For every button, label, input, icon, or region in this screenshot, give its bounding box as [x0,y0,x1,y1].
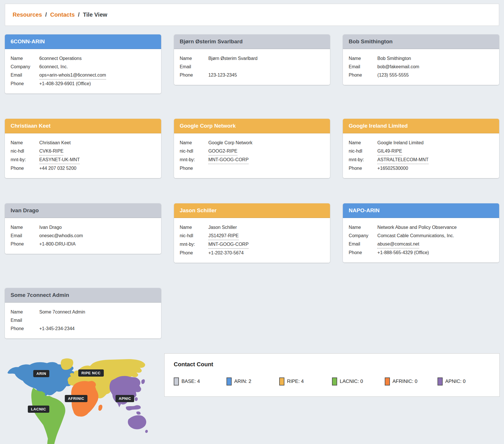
contact-card-header[interactable]: NAPO-ARIN [343,203,499,218]
field-label: Name [180,139,208,147]
field-row: Email [180,63,325,71]
legend-item: ARIN: 2 [226,377,279,385]
field-label: Phone [349,164,377,172]
field-label: Phone [11,240,39,248]
breadcrumb-link[interactable]: Resources [13,11,42,18]
field-value: +1-888-565-4329 (Office) [377,248,429,257]
region-philippines-shape [135,397,138,401]
field-label: Phone [180,249,208,257]
field-value: 123-123-2345 [208,71,237,79]
field-link-value[interactable]: MNT-GOOG-CORP [208,155,249,164]
legend-swatch-arin [226,377,232,385]
contact-card: Jason SchillerNameJason Schillernic-hdlJ… [174,203,330,263]
field-row: NameNetwork Abuse and Policy Observance [349,223,493,231]
field-row: Phone+1-202-370-5674 [180,249,325,257]
world-map: ARINRIPE NCCAFRINICLACNICAPNIC [6,358,149,444]
field-label: Phone [11,324,39,333]
contact-card: Ivan DragoNameIvan DragoEmailonesec@whod… [5,203,161,254]
field-value: Google Ireland Limited [377,139,423,147]
field-label: Company [349,231,377,240]
field-label: Name [11,308,39,316]
contact-card-title: Bob Smithington [349,38,392,44]
contact-card-header[interactable]: Ivan Drago [5,203,161,218]
field-value: +1-345-234-2344 [39,324,75,333]
contact-card-title: Christiaan Keet [11,123,50,129]
contact-card-header[interactable]: Bjørn Østerim Svarlbard [174,34,330,49]
region-apnic-shape [110,376,141,407]
legend-swatch-afrinic [385,377,390,385]
field-value: (123) 555-5555 [377,71,409,79]
field-row: NameGoogle Ireland Limited [349,139,493,147]
field-label: Phone [349,248,377,257]
field-row: nic-hdlGOOG2-RIPE [180,147,325,155]
field-row: mnt-by:MNT-GOOG-CORP [180,155,325,164]
legend-swatch-base [174,377,179,385]
field-label: Company [11,63,39,71]
contact-card: Google Corp NetworkNameGoogle Corp Netwo… [174,119,330,178]
field-link-value[interactable]: abuse@comcast.net [377,240,419,248]
contact-cards-grid: 6CONN-ARINName6connect OperationsCompany… [5,34,499,338]
field-row: Phone [180,164,325,172]
field-row: NameJason Schiller [180,223,325,231]
field-label: mnt-by: [180,155,208,164]
field-label: nic-hdl [180,231,208,240]
contact-card-title: Some 7connect Admin [11,292,69,298]
field-link-value[interactable]: GIL49-RIPE [377,147,402,155]
field-link-value[interactable]: EASYNET-UK-MNT [39,155,80,164]
field-label: Email [349,240,377,248]
field-row: Emailabuse@comcast.net [349,240,493,248]
field-link-value[interactable]: JS14297-RIPE [208,231,239,240]
field-link-value[interactable]: ASTRALTELECOM-MNT [377,155,428,164]
legend-label: AFRINIC: 0 [392,379,417,384]
field-link-value[interactable]: ops+arin-whois1@6connect.com [39,71,106,79]
field-label: Name [180,223,208,231]
field-link-value[interactable]: GOOG2-RIPE [208,147,237,155]
bottom-section: ARINRIPE NCCAFRINICLACNICAPNIC Contact C… [5,353,499,444]
field-label: Name [349,54,377,63]
field-label: Phone [180,71,208,79]
region-japan-shape [141,379,145,384]
contact-card: 6CONN-ARINName6connect OperationsCompany… [5,34,161,94]
field-row: NameIvan Drago [11,223,155,231]
contact-card-header[interactable]: Google Corp Network [174,119,330,133]
map-label-apnic: APNIC [116,395,134,402]
region-indonesia2-shape [136,411,141,414]
field-row: Email [11,316,155,324]
contact-card: NAPO-ARINNameNetwork Abuse and Policy Ob… [343,203,499,262]
contact-card-header[interactable]: Christiaan Keet [5,119,161,133]
field-label: nic-hdl [11,147,39,155]
field-value: +1-408-329-6901 (Office) [39,79,91,88]
contact-card-body: NameBob SmithingtonEmailbob@fakeemail.co… [343,49,499,85]
field-row: Emailbob@fakeemail.com [349,63,493,71]
field-row: nic-hdlGIL49-RIPE [349,147,493,155]
region-lacnic-shape [31,388,65,444]
contact-card-header[interactable]: Google Ireland Limited [343,119,499,133]
field-row: NameGoogle Corp Network [180,139,325,147]
contact-card-header[interactable]: Jason Schiller [174,203,330,218]
field-row: Name6connect Operations [11,54,155,63]
field-link-value[interactable]: CVK6-RIPE [39,147,63,155]
field-label: nic-hdl [180,147,208,155]
field-link-value[interactable]: MNT-GOOG-CORP [208,240,249,249]
contact-card-title: NAPO-ARIN [349,207,380,213]
legend-item: AFRINIC: 0 [385,377,437,385]
field-label: Email [180,63,208,71]
field-row: NameChristiaan Keet [11,139,155,147]
legend-swatch-ripe [279,377,284,385]
breadcrumb-link[interactable]: Contacts [50,11,75,18]
legend-label: RIPE: 4 [287,379,304,384]
field-row: NameBjørn Østerim Svarlbard [180,54,325,63]
map-label-afrinic: AFRINIC [65,395,87,402]
field-row: CompanyComcast Cable Communications, Inc… [349,231,493,240]
contact-card-header[interactable]: 6CONN-ARIN [5,34,161,49]
field-label: mnt-by: [349,155,377,164]
map-label-arin: ARIN [33,370,49,377]
contact-card-header[interactable]: Some 7connect Admin [5,288,161,303]
page: Resources / Contacts / Tile View 6CONN-A… [0,0,504,444]
contact-card-title: Bjørn Østerim Svarlbard [180,38,243,44]
contact-card-header[interactable]: Bob Smithington [343,34,499,49]
field-value: 6connect, Inc. [39,63,68,71]
contact-card: Google Ireland LimitedNameGoogle Ireland… [343,119,499,178]
field-label: Name [349,223,377,231]
field-label: Phone [11,164,39,172]
